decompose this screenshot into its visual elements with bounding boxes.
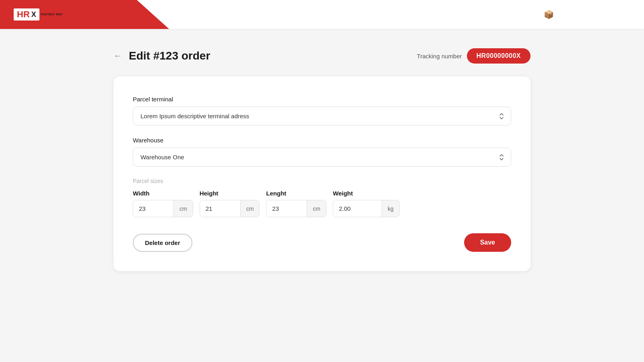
length-unit: cm <box>307 200 326 217</box>
length-input[interactable] <box>266 200 307 217</box>
parcel-sizes-group: Parcel sizes Width cm Height cm <box>133 178 511 217</box>
weight-input[interactable] <box>333 200 382 217</box>
page-title: Edit #123 order <box>129 49 210 62</box>
height-label: Height <box>200 190 260 197</box>
header-nav: 📦 Orders Settings <box>544 7 631 22</box>
logo-hr: HR <box>17 10 30 19</box>
warehouse-group: Warehouse Warehouse One <box>133 137 511 167</box>
width-input-wrap: cm <box>133 200 193 217</box>
logo-subtext: FASTEST WAY <box>41 13 63 16</box>
height-input-wrap: cm <box>200 200 260 217</box>
parcel-sizes-label: Parcel sizes <box>133 178 511 184</box>
settings-button[interactable]: Settings <box>585 7 631 22</box>
form-card: Parcel terminal Lorem Ipsum descriptive … <box>114 76 530 271</box>
tracking-label: Tracking number <box>417 53 462 60</box>
warehouse-label: Warehouse <box>133 137 511 144</box>
orders-nav-label: Orders <box>557 11 578 18</box>
page-header-left: ← Edit #123 order <box>114 49 210 62</box>
main-content: ← Edit #123 order Tracking number HR0000… <box>101 29 543 290</box>
page-header: ← Edit #123 order Tracking number HR0000… <box>114 48 530 64</box>
weight-group: Weight kg <box>333 190 400 217</box>
width-label: Width <box>133 190 193 197</box>
weight-unit: kg <box>382 200 399 217</box>
delete-order-button[interactable]: Delete order <box>133 234 192 252</box>
width-input[interactable] <box>133 200 173 217</box>
width-group: Width cm <box>133 190 193 217</box>
parcel-terminal-select[interactable]: Lorem Ipsum descriptive terminal adress <box>133 107 511 125</box>
warehouse-select[interactable]: Warehouse One <box>133 148 511 167</box>
weight-label: Weight <box>333 190 400 197</box>
height-input[interactable] <box>200 200 240 217</box>
parcel-terminal-group: Parcel terminal Lorem Ipsum descriptive … <box>133 96 511 125</box>
header: HR X FASTEST WAY 📦 Orders Settings <box>0 0 644 29</box>
height-unit: cm <box>240 200 260 217</box>
length-group: Lenght cm <box>266 190 326 217</box>
width-unit: cm <box>173 200 193 217</box>
length-input-wrap: cm <box>266 200 326 217</box>
save-button[interactable]: Save <box>464 233 511 252</box>
form-actions: Delete order Save <box>133 233 511 252</box>
back-button[interactable]: ← <box>114 51 122 60</box>
sizes-row: Width cm Height cm Lenght <box>133 190 511 217</box>
logo-box: HR X <box>13 8 40 21</box>
length-label: Lenght <box>266 190 326 197</box>
tracking-number-badge: HR00000000X <box>467 48 530 64</box>
parcel-terminal-label: Parcel terminal <box>133 96 511 103</box>
orders-icon: 📦 <box>544 10 554 19</box>
height-group: Height cm <box>200 190 260 217</box>
logo: HR X FASTEST WAY <box>13 8 63 21</box>
weight-input-wrap: kg <box>333 200 400 217</box>
logo-x: X <box>31 11 36 18</box>
orders-nav-link[interactable]: 📦 Orders <box>544 10 578 19</box>
page-header-right: Tracking number HR00000000X <box>417 48 530 64</box>
